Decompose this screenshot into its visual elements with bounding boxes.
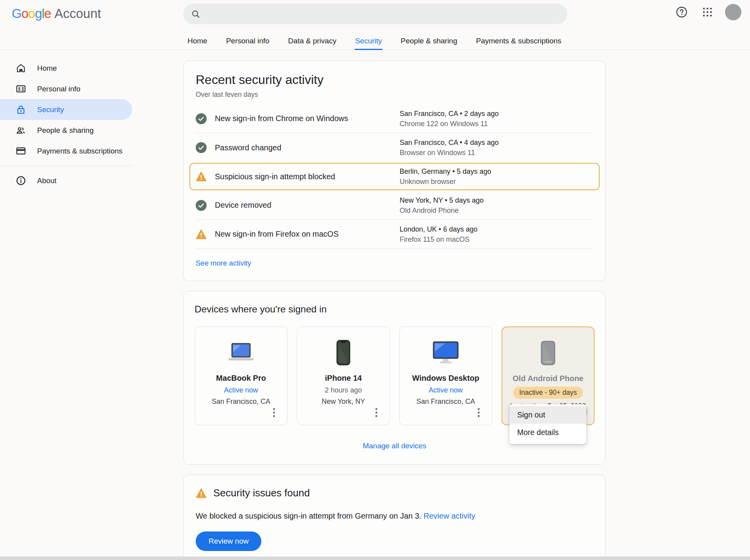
lock-icon <box>16 104 26 115</box>
activity-row-detail: Old Android Phone <box>400 205 593 216</box>
activity-card-subtitle: Over last feven days <box>196 91 593 99</box>
tab-personal-info[interactable]: Personal info <box>225 34 270 50</box>
tab-people-sharing[interactable]: People & sharing <box>400 34 458 50</box>
google-logo-text: Google <box>12 6 51 21</box>
header-actions <box>673 4 741 20</box>
security-issues-card: Security issues found We blocked a suspi… <box>183 474 605 560</box>
activity-row-meta: San Francisco, CA • 4 days ago <box>400 137 593 148</box>
sidebar-item-about[interactable]: About <box>0 170 132 191</box>
activity-row[interactable]: Device removed New York, NY • 5 days ago… <box>196 191 593 220</box>
activity-row-title: Device removed <box>215 201 271 210</box>
see-more-activity-link[interactable]: See more activity <box>196 259 251 268</box>
issues-message-text: We blocked a suspicious sign-in attempt … <box>196 512 421 520</box>
id-card-icon <box>16 84 26 94</box>
device-menu-button[interactable] <box>369 405 383 419</box>
device-card-iphone-14[interactable]: iPhone 14 2 hours ago New York, NY <box>297 326 390 425</box>
sidebar-item-label: Home <box>37 64 57 73</box>
sidebar-divider <box>0 166 132 166</box>
sidebar-item-label: Personal info <box>37 85 80 93</box>
activity-row-meta: Berlin, Germany • 5 days ago <box>400 166 593 177</box>
activity-row[interactable]: New sign-in from Chrome on Windows San F… <box>196 104 593 133</box>
check-circle-icon <box>196 142 207 153</box>
header: Google Account Home Personal info Data <box>0 0 750 50</box>
sidebar-item-people-sharing[interactable]: People & sharing <box>0 120 132 141</box>
device-context-menu: Sign out More details <box>509 404 586 444</box>
device-status: Active now <box>224 386 258 394</box>
old-phone-icon <box>541 341 555 366</box>
activity-row-title: New sign-in from Chrome on Windows <box>215 114 348 123</box>
issues-title: Security issues found <box>213 487 310 499</box>
tab-payments-subscriptions[interactable]: Payments & subscriptions <box>475 34 562 50</box>
activity-row-title: Suspicious sign-in attempt blocked <box>215 172 335 181</box>
search-icon <box>191 9 200 19</box>
review-activity-link[interactable]: Review activity <box>423 512 475 520</box>
laptop-icon <box>227 343 255 362</box>
sidebar-item-personal-info[interactable]: Personal info <box>0 78 132 99</box>
apps-grid-icon <box>702 7 712 17</box>
device-menu-button[interactable] <box>267 405 281 419</box>
check-circle-icon <box>196 113 207 124</box>
warning-triangle-icon <box>196 488 207 499</box>
activity-row-meta: New York, NY • 5 days ago <box>400 195 593 205</box>
sidebar-item-home[interactable]: Home <box>0 58 132 78</box>
activity-row-detail: Browser on Windows 11 <box>400 148 593 158</box>
smartphone-icon <box>336 340 350 366</box>
kebab-icon <box>375 408 377 417</box>
sidebar-item-label: People & sharing <box>37 126 94 135</box>
help-button[interactable] <box>673 4 690 20</box>
inactive-badge: Inactive - 90+ days <box>513 387 582 399</box>
check-circle-icon <box>196 200 207 211</box>
sidebar: Home Personal info Security People & sha… <box>0 58 132 191</box>
activity-row-detail: Unknown browser <box>400 177 593 187</box>
activity-row[interactable]: New sign-in from Firefox on macOS London… <box>196 220 593 249</box>
device-location: San Francisco, CA <box>416 398 475 406</box>
menu-item-sign-out[interactable]: Sign out <box>509 406 586 424</box>
sidebar-item-security[interactable]: Security <box>0 99 132 120</box>
device-location: New York, NY <box>321 398 365 406</box>
tab-security[interactable]: Security <box>354 34 383 50</box>
sidebar-item-label: Payments & subscriptions <box>37 147 123 155</box>
tab-data-privacy[interactable]: Data & privacy <box>288 34 338 50</box>
menu-item-more-details[interactable]: More details <box>509 424 586 441</box>
issues-message: We blocked a suspicious sign-in attempt … <box>196 512 593 521</box>
warning-triangle-icon <box>196 229 207 240</box>
warning-triangle-icon <box>196 171 207 182</box>
device-card-macbook-pro[interactable]: MacBook Pro Active now San Francisco, CA <box>195 326 288 425</box>
device-location: San Francisco, CA <box>212 398 270 406</box>
search-input[interactable] <box>183 4 567 24</box>
apps-grid-button[interactable] <box>699 4 716 20</box>
people-icon <box>16 125 26 136</box>
device-name: iPhone 14 <box>325 374 362 383</box>
devices-card-title: Devices where you're signed in <box>195 304 595 315</box>
page-bottom-edge <box>0 556 750 560</box>
desktop-monitor-icon <box>433 341 459 364</box>
kebab-icon <box>273 408 275 417</box>
device-name: MacBook Pro <box>216 374 266 383</box>
help-icon <box>676 6 688 18</box>
activity-row-meta: London, UK • 6 days ago <box>400 224 593 234</box>
activity-row-detail: Firefox 115 on macOS <box>400 234 593 244</box>
activity-row-title: New sign-in from Firefox on macOS <box>215 230 339 239</box>
activity-row-meta: San Francisco, CA • 2 days ago <box>400 109 593 119</box>
credit-card-icon <box>16 146 26 156</box>
main-content: Recent security activity Over last feven… <box>183 61 605 560</box>
avatar[interactable] <box>725 4 741 20</box>
device-name: Windows Desktop <box>412 374 479 383</box>
device-card-windows-desktop[interactable]: Windows Desktop Active now San Francisco… <box>399 326 492 425</box>
activity-row-detail: Chrome 122 on Windows 11 <box>400 119 593 129</box>
sidebar-item-payments-subscriptions[interactable]: Payments & subscriptions <box>0 141 132 161</box>
google-account-logo[interactable]: Google Account <box>12 6 101 21</box>
tab-home[interactable]: Home <box>187 34 208 50</box>
review-now-button[interactable]: Review now <box>196 531 261 551</box>
info-icon <box>16 175 26 186</box>
kebab-icon <box>478 408 480 417</box>
recent-security-activity-card: Recent security activity Over last feven… <box>183 61 605 281</box>
logo-product-label: Account <box>54 6 101 21</box>
sidebar-item-label: Security <box>37 105 64 114</box>
activity-row-highlighted[interactable]: Suspicious sign-in attempt blocked Berli… <box>189 163 600 190</box>
activity-card-title: Recent security activity <box>196 73 593 87</box>
device-name: Old Android Phone <box>512 374 583 383</box>
top-nav-tabs: Home Personal info Data & privacy Securi… <box>187 34 562 50</box>
device-menu-button[interactable] <box>471 405 486 419</box>
activity-row[interactable]: Password changed San Francisco, CA • 4 d… <box>196 133 593 162</box>
